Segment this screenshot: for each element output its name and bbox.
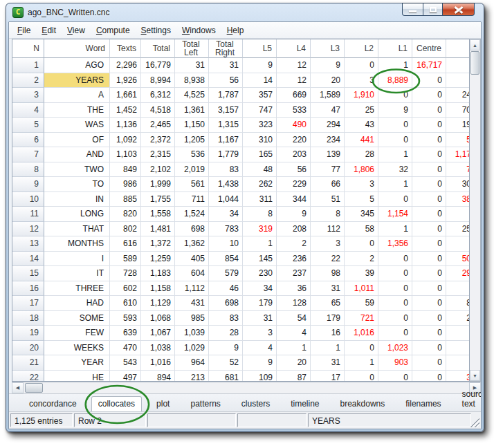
value-cell[interactable]: 20 [277, 355, 311, 371]
value-cell[interactable]: 0 [345, 341, 378, 356]
row-number[interactable]: 19 [12, 326, 44, 341]
value-cell[interactable]: 83 [209, 311, 243, 326]
value-cell[interactable]: 345 [345, 207, 378, 222]
value-cell[interactable]: 16,717 [412, 58, 446, 73]
value-cell[interactable]: 2,296 [110, 58, 141, 73]
value-cell[interactable]: 54 [277, 311, 311, 326]
value-cell[interactable]: 98 [311, 266, 345, 281]
word-cell[interactable]: AGO [44, 58, 110, 73]
value-cell[interactable]: 1,755 [141, 192, 175, 207]
value-cell[interactable]: 1,136 [110, 118, 141, 133]
horizontal-scrollbar[interactable]: ◀ ▶ [12, 382, 481, 393]
value-cell[interactable]: 1,17 [446, 147, 469, 162]
value-cell[interactable]: 1 [277, 341, 311, 356]
value-cell[interactable]: 179 [311, 311, 345, 326]
value-cell[interactable] [446, 207, 469, 222]
value-cell[interactable]: 1,038 [141, 341, 175, 356]
value-cell[interactable]: 579 [209, 266, 243, 281]
value-cell[interactable]: 0 [412, 355, 446, 371]
word-cell[interactable]: YEAR [44, 355, 110, 371]
value-cell[interactable]: 1,356 [378, 236, 412, 252]
menu-windows[interactable]: Windows [176, 24, 221, 37]
value-cell[interactable]: 34 [209, 207, 243, 222]
value-cell[interactable]: 470 [110, 341, 141, 356]
value-cell[interactable]: 39 [345, 266, 378, 281]
value-cell[interactable]: 8 [311, 207, 345, 222]
row-number[interactable]: 18 [12, 311, 44, 326]
value-cell[interactable]: 77 [311, 162, 345, 178]
column-header-l4[interactable]: L4 [277, 39, 311, 58]
value-cell[interactable]: 1,067 [141, 326, 175, 341]
value-cell[interactable]: 1,167 [209, 133, 243, 148]
tab-plot[interactable]: plot [150, 397, 176, 411]
value-cell[interactable]: 139 [311, 147, 345, 162]
value-cell[interactable]: 0 [412, 281, 446, 297]
value-cell[interactable]: 604 [175, 266, 209, 281]
value-cell[interactable]: 43 [345, 118, 378, 133]
row-number[interactable]: 22 [12, 371, 44, 382]
value-cell[interactable]: 31 [243, 311, 277, 326]
value-cell[interactable]: 9 [243, 355, 277, 371]
value-cell[interactable]: 8 [446, 296, 469, 311]
value-cell[interactable]: 25 [345, 103, 378, 118]
value-cell[interactable]: 2,315 [141, 147, 175, 162]
word-cell[interactable]: THREE [44, 281, 110, 297]
value-cell[interactable] [446, 326, 469, 341]
value-cell[interactable]: 2,102 [141, 162, 175, 178]
value-cell[interactable]: 1,926 [110, 73, 141, 88]
value-cell[interactable]: 1,361 [175, 103, 209, 118]
tab-timeline[interactable]: timeline [284, 397, 325, 411]
value-cell[interactable]: 0 [412, 73, 446, 88]
row-number[interactable]: 16 [12, 281, 44, 297]
value-cell[interactable]: 1,558 [141, 207, 175, 222]
value-cell[interactable]: 849 [110, 162, 141, 178]
value-cell[interactable]: 9 [378, 103, 412, 118]
column-header-r1-clipped[interactable] [446, 39, 469, 58]
value-cell[interactable]: 0 [412, 88, 446, 103]
word-cell[interactable]: THE [44, 103, 110, 118]
value-cell[interactable]: 319 [243, 222, 277, 237]
value-cell[interactable]: 0 [378, 371, 412, 382]
value-cell[interactable]: 0 [412, 133, 446, 148]
value-cell[interactable]: 1,016 [141, 355, 175, 371]
value-cell[interactable]: 1,092 [110, 133, 141, 148]
value-cell[interactable]: 1 [378, 58, 412, 73]
value-cell[interactable]: 1,039 [175, 326, 209, 341]
column-header-l5[interactable]: L5 [243, 39, 277, 58]
value-cell[interactable]: 820 [110, 207, 141, 222]
horizontal-scroll-track[interactable] [43, 382, 469, 393]
value-cell[interactable]: 2 [345, 252, 378, 267]
row-number[interactable]: 1 [12, 58, 44, 73]
menu-view[interactable]: View [62, 24, 91, 37]
value-cell[interactable]: 20 [311, 73, 345, 88]
value-cell[interactable]: 179 [243, 296, 277, 311]
row-number[interactable]: 12 [12, 222, 44, 237]
value-cell[interactable]: 208 [277, 222, 311, 237]
value-cell[interactable]: 1,372 [141, 236, 175, 252]
tab-patterns[interactable]: patterns [184, 397, 226, 411]
value-cell[interactable]: 0 [378, 118, 412, 133]
minimize-button[interactable] [402, 3, 423, 16]
value-cell[interactable]: 28 [209, 326, 243, 341]
value-cell[interactable]: 52 [209, 355, 243, 371]
value-cell[interactable]: 802 [110, 222, 141, 237]
value-cell[interactable]: 0 [345, 371, 378, 382]
value-cell[interactable]: 220 [277, 133, 311, 148]
value-cell[interactable]: 0 [412, 296, 446, 311]
value-cell[interactable]: 323 [243, 118, 277, 133]
column-header-l2[interactable]: L2 [345, 39, 378, 58]
value-cell[interactable]: 1,362 [175, 236, 209, 252]
value-cell[interactable]: 8,994 [141, 73, 175, 88]
value-cell[interactable]: 441 [345, 133, 378, 148]
value-cell[interactable]: 30 [446, 177, 469, 192]
value-cell[interactable]: 5 [446, 133, 469, 148]
value-cell[interactable]: 48 [243, 162, 277, 178]
value-cell[interactable]: 894 [141, 371, 175, 382]
value-cell[interactable]: 4,518 [141, 103, 175, 118]
value-cell[interactable]: 16 [311, 326, 345, 341]
value-cell[interactable]: 698 [209, 296, 243, 311]
value-cell[interactable]: 0 [412, 222, 446, 237]
value-cell[interactable]: 128 [277, 296, 311, 311]
column-header-total-left[interactable]: Total Left [175, 39, 209, 58]
value-cell[interactable]: 0 [412, 177, 446, 192]
